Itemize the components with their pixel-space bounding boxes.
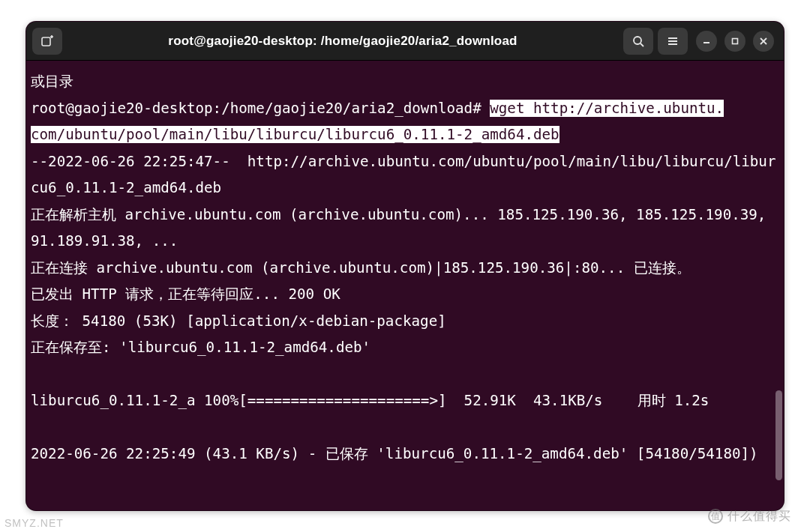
output-line: 正在解析主机 archive.ubuntu.com (archive.ubunt… xyxy=(31,206,775,250)
prompt: root@gaojie20-desktop:/home/gaojie20/ari… xyxy=(31,100,490,117)
close-icon xyxy=(759,37,768,46)
svg-rect-0 xyxy=(42,37,50,46)
close-button[interactable] xyxy=(753,31,774,52)
watermark-smyz: SMYZ.NET xyxy=(4,517,64,529)
selected-command-part2: com/ubuntu/pool/main/libu/liburcu/liburc… xyxy=(31,126,560,143)
maximize-icon xyxy=(730,37,740,46)
output-line: 已发出 HTTP 请求，正在等待回应... 200 OK xyxy=(31,285,340,303)
svg-point-3 xyxy=(634,37,641,44)
minimize-button[interactable] xyxy=(696,31,717,52)
watermark-logo-icon: 值 xyxy=(708,509,723,524)
hamburger-icon xyxy=(666,34,680,48)
terminal-window: root@gaojie20-desktop: /home/gaojie20/ar… xyxy=(26,21,784,511)
output-line: 或目录 xyxy=(31,73,74,90)
terminal-body[interactable]: 或目录 root@gaojie20-desktop:/home/gaojie20… xyxy=(26,61,784,510)
scrollbar-thumb[interactable] xyxy=(776,390,782,480)
selected-command-part1: wget http://archive.ubuntu. xyxy=(490,100,724,117)
output-line: --2022-06-26 22:25:47-- http://archive.u… xyxy=(31,153,776,197)
search-icon xyxy=(632,34,645,48)
progress-bar-line: liburcu6_0.11.1-2_a 100%[===============… xyxy=(31,392,709,409)
new-tab-icon xyxy=(40,34,54,48)
watermark-zdm: 值 什么值得买 xyxy=(708,505,806,528)
watermark-text: 什么值得买 xyxy=(728,509,791,525)
maximize-button[interactable] xyxy=(724,31,746,52)
output-line: 2022-06-26 22:25:49 (43.1 KB/s) - 已保存 'l… xyxy=(31,445,758,462)
svg-line-4 xyxy=(640,43,644,46)
search-button[interactable] xyxy=(623,28,653,55)
output-line: 正在保存至: 'liburcu6_0.11.1-2_amd64.deb' xyxy=(31,339,370,356)
titlebar: root@gaojie20-desktop: /home/gaojie20/ar… xyxy=(26,22,784,61)
window-title: root@gaojie20-desktop: /home/gaojie20/ar… xyxy=(67,34,619,49)
minimize-icon xyxy=(702,37,711,46)
menu-button[interactable] xyxy=(658,28,688,55)
output-line: 长度： 54180 (53K) [application/x-debian-pa… xyxy=(31,312,446,330)
output-line: 正在连接 archive.ubuntu.com (archive.ubuntu.… xyxy=(31,259,691,276)
new-tab-button[interactable] xyxy=(32,28,62,55)
window-controls xyxy=(692,31,778,52)
svg-rect-9 xyxy=(733,38,738,43)
